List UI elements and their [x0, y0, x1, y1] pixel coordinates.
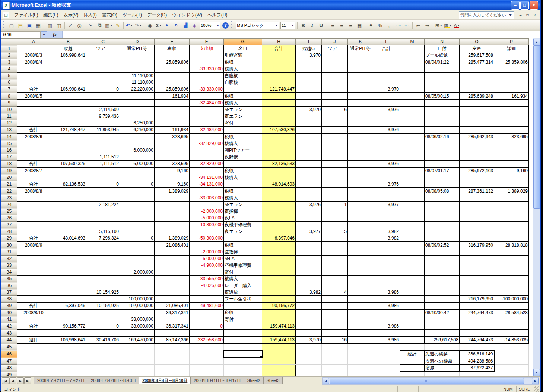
cell-D22[interactable]	[120, 188, 155, 195]
cell-M25[interactable]	[400, 208, 425, 215]
cell-B13[interactable]: 121,748,447	[50, 127, 86, 134]
new-icon[interactable]: ▢	[7, 21, 16, 29]
cell-N5[interactable]	[425, 73, 460, 79]
cell-E26[interactable]	[155, 215, 190, 222]
cell-N25[interactable]	[425, 208, 460, 215]
cell-F15[interactable]: -32,829,000	[190, 140, 224, 147]
menu-insert[interactable]: 挿入(I)	[81, 11, 99, 19]
cell-C23[interactable]	[86, 195, 120, 202]
cell-P29[interactable]	[494, 235, 529, 242]
cell-H17[interactable]	[262, 154, 296, 161]
cell-D46[interactable]	[120, 351, 155, 358]
cell-J25[interactable]	[322, 208, 348, 215]
cell-K41[interactable]	[348, 316, 373, 323]
cell-P7[interactable]	[494, 86, 529, 93]
chevron-down-icon[interactable]: ▼	[159, 24, 162, 27]
cell-L26[interactable]	[373, 215, 400, 222]
cell-M1[interactable]	[400, 45, 425, 52]
cell-A21[interactable]: 合計	[17, 181, 50, 188]
cell-I32[interactable]	[296, 256, 322, 262]
cell-J33[interactable]	[322, 262, 348, 269]
cell-A40[interactable]: 2008/8/10	[17, 309, 50, 316]
cell-C26[interactable]	[86, 215, 120, 222]
cell-G45[interactable]	[224, 344, 262, 351]
cell-H41[interactable]	[262, 316, 296, 323]
cell-H28[interactable]	[262, 228, 296, 235]
copy-icon[interactable]: ⧉	[96, 21, 104, 29]
cell-B49[interactable]	[50, 372, 86, 376]
cell-L19[interactable]	[373, 167, 400, 174]
row-header-36[interactable]: 36	[1, 282, 17, 289]
cell-J6[interactable]	[322, 79, 348, 86]
redo-icon[interactable]: ↷▼	[134, 21, 142, 29]
cell-C43[interactable]	[86, 330, 120, 337]
cell-A23[interactable]	[17, 195, 50, 202]
cell-H24[interactable]	[262, 202, 296, 208]
cell-I39[interactable]	[296, 303, 322, 310]
cell-L46[interactable]	[373, 351, 400, 358]
cell-J49[interactable]	[322, 372, 348, 376]
cell-M3[interactable]	[400, 59, 425, 66]
cell-P41[interactable]	[494, 316, 529, 323]
cell-C49[interactable]	[86, 372, 120, 376]
cell-F40[interactable]	[190, 309, 224, 316]
cell-L36[interactable]	[373, 282, 400, 289]
cell-O40[interactable]: 244,764,473	[460, 309, 494, 316]
cell-D23[interactable]	[120, 195, 155, 202]
print-icon[interactable]: ▥	[46, 21, 54, 29]
cell-G24[interactable]: 昼エラン	[224, 202, 262, 208]
cell-M11[interactable]	[400, 113, 425, 120]
cell-K32[interactable]	[348, 256, 373, 262]
cell-P42[interactable]	[494, 323, 529, 330]
cell-K38[interactable]	[348, 296, 373, 303]
cell-D44[interactable]: 169,470,000	[120, 337, 155, 344]
cell-D20[interactable]	[120, 174, 155, 181]
cell-A8[interactable]: 2008/8/5	[17, 93, 50, 100]
chart-wizard-icon[interactable]: ▟	[181, 21, 190, 29]
cell-K5[interactable]	[348, 73, 373, 79]
cell-I17[interactable]	[296, 154, 322, 161]
cell-F27[interactable]: -10,300,000	[190, 222, 224, 228]
cell-N29[interactable]	[425, 235, 460, 242]
cell-F35[interactable]: -33,555,000	[190, 276, 224, 282]
cell-P5[interactable]	[494, 73, 529, 79]
cell-H13[interactable]: 107,530,326	[262, 127, 296, 134]
cell-H39[interactable]: 90,156,772	[262, 303, 296, 310]
cell-B22[interactable]	[50, 188, 86, 195]
chevron-down-icon[interactable]: ▼	[457, 24, 460, 27]
cell-L35[interactable]	[373, 276, 400, 282]
cell-N33[interactable]	[425, 262, 460, 269]
cell-F22[interactable]	[190, 188, 224, 195]
cell-E35[interactable]	[155, 276, 190, 282]
cell-K44[interactable]	[348, 337, 373, 344]
toolbar-grip-2[interactable]	[231, 21, 234, 29]
cell-P20[interactable]	[494, 174, 529, 181]
cell-G30[interactable]: 税収	[224, 242, 262, 249]
print-preview-icon[interactable]: ◫	[55, 21, 63, 29]
cell-F26[interactable]: -5,000,000	[190, 215, 224, 222]
cell-I10[interactable]: 3,970	[296, 107, 322, 113]
cell-F18[interactable]: -32,829,000	[190, 161, 224, 168]
cell-E27[interactable]	[155, 222, 190, 228]
cell-L10[interactable]: 3,976	[373, 107, 400, 113]
cell-J47[interactable]	[322, 358, 348, 365]
cell-D8[interactable]	[120, 93, 155, 100]
cell-E42[interactable]: 36,317,341	[155, 323, 190, 330]
cell-E49[interactable]	[155, 372, 190, 376]
cell-I23[interactable]	[296, 195, 322, 202]
cell-L25[interactable]	[373, 208, 400, 215]
cut-icon[interactable]: ✂	[87, 21, 95, 29]
cell-N16[interactable]	[425, 147, 460, 154]
cell-A5[interactable]	[17, 73, 50, 79]
cell-K17[interactable]	[348, 154, 373, 161]
cell-C15[interactable]	[86, 140, 120, 147]
row-header-1[interactable]: 1	[1, 45, 17, 52]
cell-A25[interactable]	[17, 208, 50, 215]
cell-A33[interactable]	[17, 262, 50, 269]
tab-split-handle[interactable]	[285, 377, 288, 384]
select-all-corner[interactable]	[1, 39, 17, 45]
cell-L7[interactable]: 3,970	[373, 86, 400, 93]
cell-N38[interactable]	[425, 296, 460, 303]
cell-B14[interactable]	[50, 133, 86, 140]
cell-J18[interactable]	[322, 161, 348, 168]
